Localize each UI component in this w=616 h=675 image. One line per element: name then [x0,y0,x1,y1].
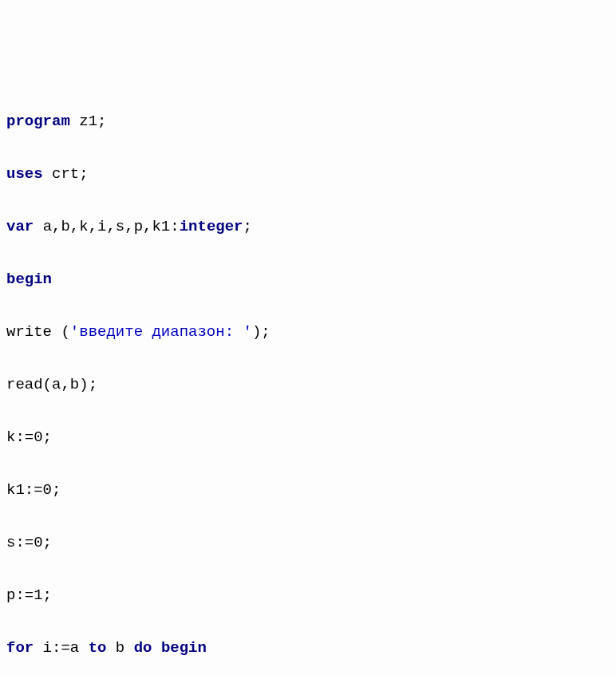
stmt-p1: p:=1; [6,586,52,604]
string-literal: 'введите диапазон: ' [70,323,252,341]
stmt-k0: k:=0; [6,428,52,446]
code-line: uses crt; [6,161,610,188]
stmt-k10: k1:=0; [6,481,61,499]
code-line: k:=0; [6,424,610,451]
code-line: program z1; [6,109,610,135]
ident-crt: crt [52,165,79,183]
keyword-begin: begin [6,270,52,288]
keyword-to: to [89,639,107,657]
code-line: for i:=a to b do begin [6,635,610,661]
keyword-do: do [134,639,152,657]
punct-semi: ; [97,112,106,130]
code-line: write ('введите диапазон: '); [6,319,610,345]
code-line: var a,b,k,i,s,p,k1:integer; [6,214,610,240]
ident-z1: z1 [79,112,97,130]
stmt-s0: s:=0; [6,534,52,551]
call-read: read [6,376,43,393]
keyword-uses: uses [6,165,43,183]
code-line: read(a,b); [6,372,610,398]
keyword-program: program [6,112,70,130]
keyword-begin: begin [161,639,207,657]
code-line: p:=1; [6,582,610,609]
code-line: k1:=0; [6,477,610,503]
args-ab: (a,b) [43,376,89,393]
keyword-for: for [6,639,34,657]
code-line: begin [6,266,610,293]
call-write: write [6,323,52,341]
keyword-integer: integer [180,218,243,235]
keyword-var: var [6,218,34,235]
var-list: a,b,k,i,s,p,k1 [43,218,171,235]
code-line: s:=0; [6,530,610,556]
